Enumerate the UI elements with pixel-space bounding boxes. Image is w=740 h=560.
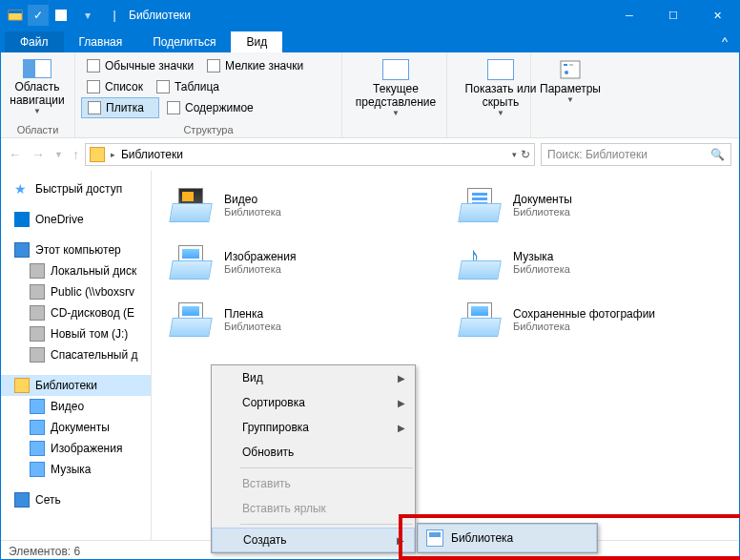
- chevron-down-icon: ▼: [392, 109, 400, 117]
- navigation-tree: ★Быстрый доступ OneDrive Этот компьютер …: [1, 171, 152, 540]
- images-library-icon: [171, 245, 211, 280]
- recent-dropdown[interactable]: ▼: [54, 150, 63, 159]
- disk-icon: [30, 284, 45, 300]
- up-button[interactable]: ↑: [72, 147, 79, 162]
- view-normal-icons[interactable]: Обычные значки: [81, 55, 199, 76]
- address-field[interactable]: ▸ Библиотеки ▾ ↻: [85, 143, 535, 166]
- tree-lib-item[interactable]: Музыка: [1, 459, 151, 480]
- context-submenu: Библиотека: [417, 523, 598, 553]
- libraries-icon: [14, 378, 30, 393]
- ctx-create-library[interactable]: Библиотека: [418, 524, 597, 552]
- ctx-paste-shortcut: Вставить ярлык: [212, 496, 415, 521]
- view-list[interactable]: Список: [81, 76, 149, 97]
- address-bar: ← → ▼ ↑ ▸ Библиотеки ▾ ↻ Поиск: Библиоте…: [1, 138, 739, 171]
- library-item[interactable]: Сохраненные фотографииБиблиотека: [460, 302, 720, 337]
- library-item[interactable]: ДокументыБиблиотека: [460, 188, 720, 222]
- library-item[interactable]: ИзображенияБиблиотека: [171, 245, 431, 280]
- address-dropdown[interactable]: ▾: [512, 150, 517, 159]
- status-count: Элементов: 6: [9, 545, 80, 558]
- music-icon: [30, 462, 45, 477]
- tab-share[interactable]: Поделиться: [137, 31, 231, 52]
- qat-props-icon[interactable]: [51, 5, 72, 26]
- library-icon: [426, 529, 443, 547]
- film-library-icon: [171, 302, 211, 337]
- svg-rect-3: [561, 61, 580, 78]
- tree-disk[interactable]: Спасательный д: [1, 344, 151, 365]
- folder-icon: [90, 147, 105, 162]
- tree-disk[interactable]: Новый том (J:): [1, 323, 151, 344]
- tree-quick-access[interactable]: ★Быстрый доступ: [1, 178, 151, 199]
- tree-disk[interactable]: Локальный диск: [1, 260, 151, 281]
- context-menu: Вид▶ Сортировка▶ Группировка▶ Обновить В…: [211, 364, 416, 553]
- window-title: Библиотеки: [129, 9, 191, 22]
- saved-photos-library-icon: [460, 302, 500, 337]
- minimize-button[interactable]: ─: [607, 1, 651, 30]
- content-area[interactable]: ВидеоБиблиотека ДокументыБиблиотека Изоб…: [152, 171, 739, 540]
- tree-network[interactable]: Сеть: [1, 489, 151, 510]
- ctx-separator: [240, 524, 413, 525]
- tree-onedrive[interactable]: OneDrive: [1, 209, 151, 230]
- view-small-icons[interactable]: Мелкие значки: [201, 55, 309, 76]
- separator: |: [104, 5, 125, 26]
- svg-point-6: [565, 71, 568, 74]
- view-table[interactable]: Таблица: [151, 76, 225, 97]
- svg-rect-1: [9, 10, 22, 13]
- tree-lib-item[interactable]: Документы: [1, 417, 151, 438]
- documents-library-icon: [460, 188, 500, 222]
- title-bar: ✓ ▾ | Библиотеки ─ ☐ ✕: [1, 1, 739, 30]
- ctx-sort[interactable]: Сортировка▶: [212, 390, 415, 415]
- close-button[interactable]: ✕: [695, 1, 739, 30]
- search-icon: 🔍: [710, 148, 725, 161]
- onedrive-icon: [14, 212, 30, 227]
- ctx-create[interactable]: Создать▶: [212, 528, 415, 552]
- disk-icon: [30, 326, 45, 342]
- tree-lib-item[interactable]: Изображения: [1, 438, 151, 459]
- breadcrumb-sep-icon: ▸: [111, 150, 115, 159]
- ribbon: Область навигации ▼ Области Обычные знач…: [1, 52, 739, 138]
- images-icon: [30, 441, 45, 456]
- documents-icon: [30, 420, 45, 435]
- submenu-arrow-icon: ▶: [397, 535, 404, 546]
- video-library-icon: [171, 188, 211, 222]
- tree-lib-item[interactable]: Видео: [1, 396, 151, 417]
- star-icon: ★: [14, 181, 30, 197]
- refresh-button[interactable]: ↻: [521, 148, 530, 161]
- cd-icon: [30, 305, 45, 321]
- tab-main[interactable]: Главная: [64, 31, 138, 52]
- breadcrumb-location[interactable]: Библиотеки: [121, 148, 183, 161]
- ctx-refresh[interactable]: Обновить: [212, 440, 415, 465]
- tab-strip: Файл Главная Поделиться Вид ^: [1, 30, 739, 52]
- chevron-down-icon: ▼: [497, 109, 504, 117]
- pc-icon: [14, 242, 30, 258]
- view-tiles[interactable]: Плитка: [81, 97, 159, 118]
- ctx-view[interactable]: Вид▶: [212, 365, 415, 390]
- group-label-areas: Области: [1, 124, 74, 135]
- tree-libraries[interactable]: Библиотеки: [1, 375, 151, 396]
- tree-this-pc[interactable]: Этот компьютер: [1, 239, 151, 260]
- tab-view[interactable]: Вид: [231, 31, 282, 52]
- current-view-label: Текущее представление: [348, 82, 443, 109]
- current-view-button[interactable]: Текущее представление ▼: [348, 55, 443, 117]
- ribbon-collapse-button[interactable]: ^: [710, 31, 739, 52]
- library-item[interactable]: МузыкаБиблиотека: [460, 245, 720, 280]
- ctx-paste: Вставить: [212, 471, 415, 496]
- options-label: Параметры: [540, 82, 601, 95]
- qat-save-icon[interactable]: ✓: [28, 5, 49, 26]
- library-item[interactable]: ПленкаБиблиотека: [171, 302, 431, 337]
- maximize-button[interactable]: ☐: [651, 1, 695, 30]
- search-input[interactable]: Поиск: Библиотеки 🔍: [541, 143, 731, 166]
- tree-disk[interactable]: CD-дисковод (E: [1, 302, 151, 323]
- disk-icon: [30, 347, 45, 363]
- library-item[interactable]: ВидеоБиблиотека: [171, 188, 431, 222]
- back-button[interactable]: ←: [9, 147, 22, 162]
- submenu-arrow-icon: ▶: [398, 398, 405, 408]
- view-content[interactable]: Содержимое: [161, 97, 259, 118]
- navigation-pane-button[interactable]: Область навигации ▼: [7, 55, 68, 115]
- qat-dropdown[interactable]: ▾: [77, 5, 98, 26]
- search-placeholder: Поиск: Библиотеки: [547, 148, 648, 161]
- options-button[interactable]: Параметры ▼: [537, 55, 604, 104]
- tab-file[interactable]: Файл: [5, 31, 64, 52]
- ctx-group[interactable]: Группировка▶: [212, 415, 415, 440]
- forward-button[interactable]: →: [31, 147, 45, 162]
- tree-disk[interactable]: Public (\\vboxsrv: [1, 281, 151, 302]
